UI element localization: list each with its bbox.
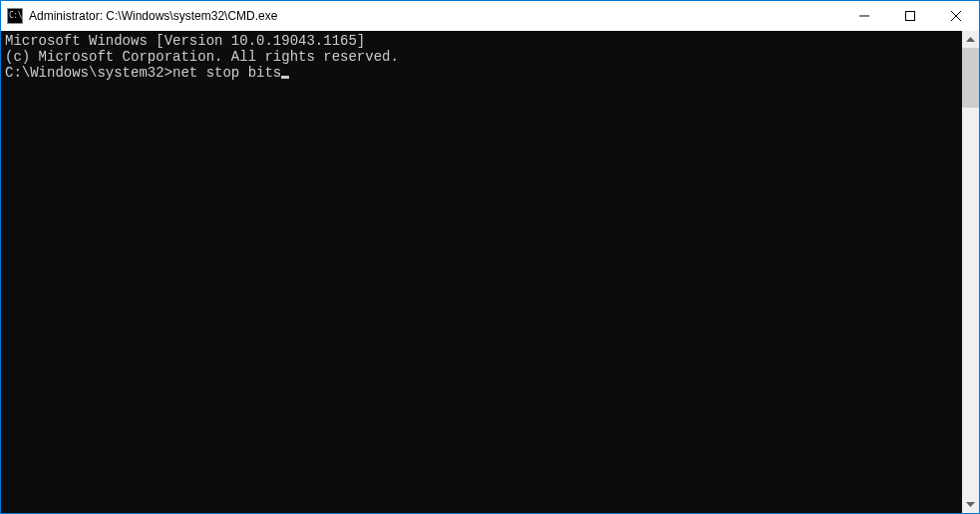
terminal-output[interactable]: Microsoft Windows [Version 10.0.19043.11… bbox=[1, 31, 962, 513]
scroll-thumb[interactable] bbox=[962, 48, 979, 108]
prompt-line: C:\Windows\system32>net stop bits bbox=[5, 65, 958, 81]
vertical-scrollbar[interactable] bbox=[962, 31, 979, 513]
minimize-button[interactable] bbox=[841, 1, 887, 31]
window-title: Administrator: C:\Windows\system32\CMD.e… bbox=[29, 9, 277, 23]
svg-rect-1 bbox=[906, 12, 915, 21]
titlebar[interactable]: C:\ Administrator: C:\Windows\system32\C… bbox=[1, 1, 979, 31]
prompt-text: C:\Windows\system32> bbox=[5, 65, 172, 81]
svg-marker-5 bbox=[966, 502, 975, 507]
scroll-track[interactable] bbox=[962, 48, 979, 496]
maximize-button[interactable] bbox=[887, 1, 933, 31]
cmd-window: C:\ Administrator: C:\Windows\system32\C… bbox=[0, 0, 980, 514]
scroll-down-button[interactable] bbox=[962, 496, 979, 513]
cursor-icon bbox=[281, 76, 289, 79]
output-line: (c) Microsoft Corporation. All rights re… bbox=[5, 49, 958, 65]
command-text: net stop bits bbox=[172, 65, 281, 81]
close-button[interactable] bbox=[933, 1, 979, 31]
scroll-up-button[interactable] bbox=[962, 31, 979, 48]
cmd-icon: C:\ bbox=[7, 8, 23, 24]
svg-marker-4 bbox=[966, 37, 975, 42]
window-controls bbox=[841, 1, 979, 31]
terminal-area: Microsoft Windows [Version 10.0.19043.11… bbox=[1, 31, 979, 513]
output-line: Microsoft Windows [Version 10.0.19043.11… bbox=[5, 33, 958, 49]
